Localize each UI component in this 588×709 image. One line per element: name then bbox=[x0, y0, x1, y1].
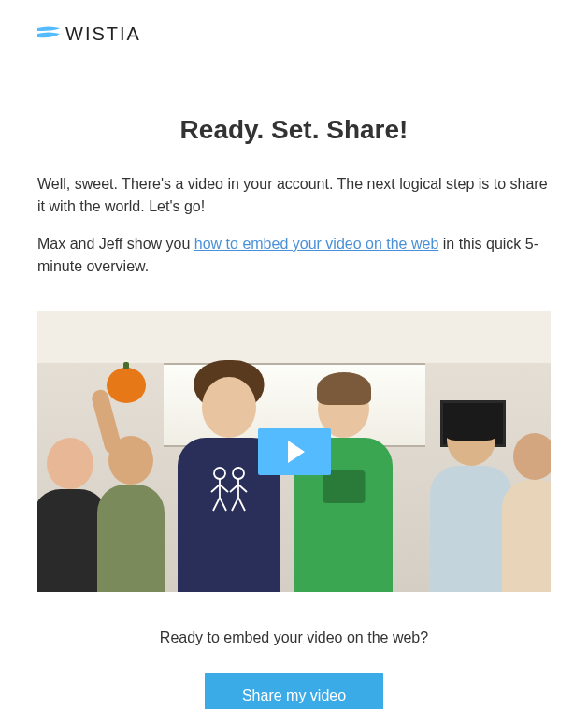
wistia-logo-text: WISTIA bbox=[65, 23, 141, 45]
body-paragraph: Max and Jeff show you how to embed your … bbox=[37, 233, 551, 278]
svg-point-6 bbox=[233, 468, 244, 479]
svg-line-10 bbox=[232, 498, 238, 511]
svg-line-3 bbox=[220, 485, 228, 492]
page-heading: Ready. Set. Share! bbox=[37, 115, 551, 145]
svg-line-9 bbox=[238, 485, 247, 492]
svg-line-2 bbox=[211, 485, 220, 492]
svg-line-8 bbox=[230, 485, 238, 492]
body-prefix: Max and Jeff show you bbox=[37, 236, 194, 252]
svg-point-0 bbox=[214, 468, 225, 479]
share-video-button[interactable]: Share my video bbox=[205, 673, 383, 709]
wistia-logo: WISTIA bbox=[37, 23, 551, 45]
wistia-logo-icon bbox=[37, 26, 60, 43]
video-thumbnail[interactable] bbox=[37, 311, 551, 592]
embed-tutorial-link[interactable]: how to embed your video on the web bbox=[194, 236, 439, 252]
play-button-icon[interactable] bbox=[258, 428, 331, 475]
svg-line-11 bbox=[238, 498, 245, 511]
svg-line-5 bbox=[220, 498, 226, 511]
svg-line-4 bbox=[213, 498, 220, 511]
cta-prompt: Ready to embed your video on the web? bbox=[37, 629, 551, 646]
intro-paragraph: Well, sweet. There's a video in your acc… bbox=[37, 173, 551, 218]
